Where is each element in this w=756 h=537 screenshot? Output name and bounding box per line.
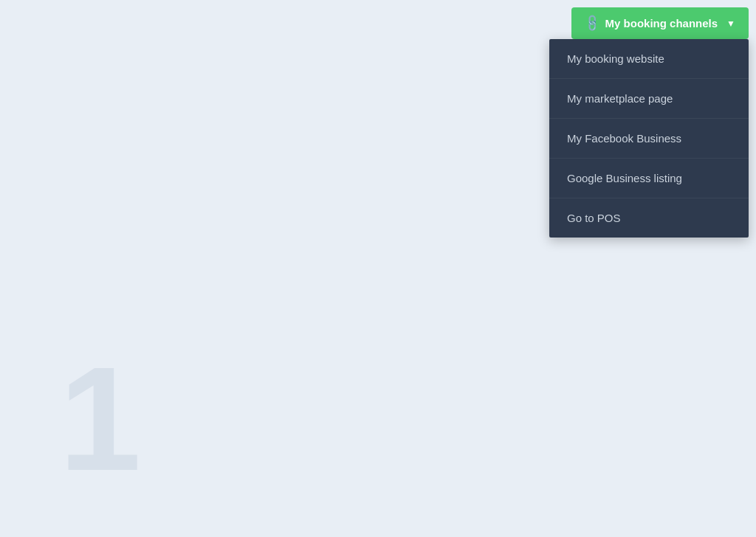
header-area: 🔗 My booking channels ▼ My booking websi… <box>571 0 756 39</box>
dropdown-item-google-business[interactable]: Google Business listing <box>549 159 749 198</box>
booking-channels-wrapper: 🔗 My booking channels ▼ My booking websi… <box>571 7 749 39</box>
chevron-down-icon: ▼ <box>726 18 735 29</box>
page-background: 1 🔗 My booking channels ▼ My booking web… <box>0 0 756 537</box>
dropdown-item-marketplace-page[interactable]: My marketplace page <box>549 79 749 119</box>
link-icon: 🔗 <box>582 13 602 34</box>
dropdown-menu: My booking websiteMy marketplace pageMy … <box>549 39 749 238</box>
dropdown-item-facebook-business[interactable]: My Facebook Business <box>549 119 749 159</box>
dropdown-item-booking-website[interactable]: My booking website <box>549 39 749 79</box>
dropdown-item-go-to-pos[interactable]: Go to POS <box>549 198 749 238</box>
booking-channels-button[interactable]: 🔗 My booking channels ▼ <box>571 7 749 39</box>
watermark-number: 1 <box>59 345 141 493</box>
booking-channels-label: My booking channels <box>605 17 718 30</box>
